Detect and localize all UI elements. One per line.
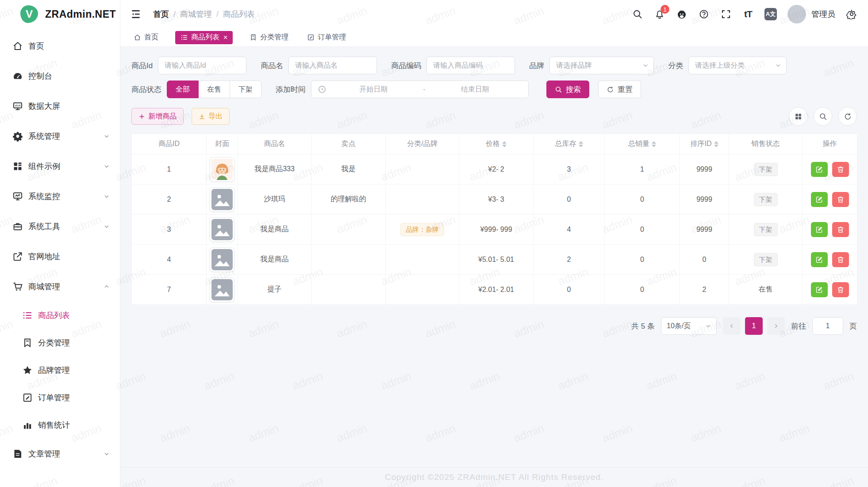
edit-button[interactable]: [811, 222, 828, 237]
sidebar-item-官网地址[interactable]: 官网地址: [0, 242, 120, 272]
sidebar-item-订单管理[interactable]: 订单管理: [0, 384, 120, 411]
next-page-button[interactable]: [767, 317, 785, 335]
breadcrumb-separator: /: [173, 10, 176, 19]
tab-商品列表[interactable]: 商品列表×: [175, 31, 233, 44]
sort-icon[interactable]: [714, 141, 718, 147]
sidebar-item-label: 订单管理: [38, 392, 110, 403]
sidebar-item-销售统计[interactable]: 销售统计: [0, 411, 120, 439]
sidebar-item-系统工具[interactable]: 系统工具: [0, 211, 120, 242]
column-header-价格[interactable]: 价格: [459, 134, 534, 154]
export-button[interactable]: 导出: [192, 108, 230, 125]
tab-首页[interactable]: 首页: [132, 31, 160, 44]
app-title: ZRAdmin.NET: [45, 8, 116, 20]
status-option-offsale[interactable]: 下架: [230, 81, 261, 98]
edit-button[interactable]: [811, 282, 828, 297]
avatar[interactable]: [787, 5, 806, 23]
select-placeholder: 请选择上级分类: [695, 61, 745, 70]
sidebar-item-分类管理[interactable]: 分类管理: [0, 329, 120, 357]
app-logo[interactable]: V ZRAdmin.NET: [0, 0, 120, 28]
search-icon[interactable]: [632, 8, 643, 20]
cell-actions: [803, 275, 857, 305]
product-id-input[interactable]: [158, 57, 246, 74]
breadcrumb-item[interactable]: 商品列表: [223, 9, 255, 19]
breadcrumb-item[interactable]: 首页: [153, 9, 169, 19]
help-icon[interactable]: [698, 8, 710, 20]
sidebar-item-系统管理[interactable]: 系统管理: [0, 121, 120, 151]
close-icon[interactable]: ×: [223, 34, 227, 42]
status-option-onsale[interactable]: 在售: [199, 81, 230, 98]
sidebar-item-数据大屏[interactable]: 数据大屏: [0, 91, 120, 121]
user-name[interactable]: 管理员: [811, 9, 835, 19]
cell-stock: 2: [534, 245, 605, 275]
filter-add-time: 添加时间 开始日期 - 结束日期: [276, 81, 529, 98]
topbar-actions: 1 tT A文 管理员: [632, 5, 857, 23]
page-size-select[interactable]: 10条/页: [661, 317, 717, 335]
page-number-1[interactable]: 1: [745, 317, 763, 335]
column-header-总销量[interactable]: 总销量: [605, 134, 680, 154]
cell-product-id: 1: [132, 154, 207, 184]
product-name-input[interactable]: [288, 57, 377, 74]
sidebar-menu: 首页控制台数据大屏系统管理组件示例系统监控系统工具官网地址商城管理商品列表分类管…: [0, 28, 120, 487]
table-search-icon[interactable]: [814, 107, 832, 126]
category-select[interactable]: 请选择上级分类: [688, 57, 787, 74]
brand-select[interactable]: 请选择品牌: [549, 57, 654, 74]
sidebar-item-控制台[interactable]: 控制台: [0, 61, 120, 91]
column-header-排序ID[interactable]: 排序ID: [680, 134, 729, 154]
cell-stock: 3: [534, 154, 605, 184]
home-icon: [12, 41, 23, 51]
sidebar-item-文章管理[interactable]: 文章管理: [0, 439, 120, 469]
tab-分类管理[interactable]: 分类管理: [248, 31, 290, 44]
language-icon[interactable]: A文: [764, 8, 777, 20]
github-icon[interactable]: [676, 8, 687, 20]
columns-grid-icon[interactable]: [789, 107, 807, 126]
image-placeholder-icon[interactable]: [210, 217, 234, 242]
prev-page-button[interactable]: [723, 317, 741, 335]
edit-button[interactable]: [811, 162, 828, 177]
tab-订单管理[interactable]: 订单管理: [305, 31, 348, 44]
cell-actions: [803, 215, 857, 245]
image-placeholder-icon[interactable]: [210, 277, 234, 302]
fullscreen-icon[interactable]: [720, 8, 732, 20]
breadcrumb-item[interactable]: 商城管理: [180, 9, 212, 19]
status-option-all[interactable]: 全部: [167, 81, 199, 98]
settings-gear-icon[interactable]: [846, 8, 857, 20]
sidebar-fold-icon[interactable]: [130, 8, 142, 20]
product-code-input[interactable]: [426, 57, 515, 74]
delete-button[interactable]: [832, 192, 849, 207]
font-size-icon[interactable]: tT: [742, 8, 754, 20]
image-placeholder-icon[interactable]: [210, 247, 234, 272]
goto-page-input[interactable]: [812, 317, 843, 335]
sort-icon[interactable]: [579, 141, 583, 147]
sidebar-item-系统监控[interactable]: 系统监控: [0, 181, 120, 211]
sidebar-item-首页[interactable]: 首页: [0, 31, 120, 61]
delete-button[interactable]: [832, 162, 849, 177]
date-range-picker[interactable]: 开始日期 - 结束日期: [311, 81, 529, 98]
column-header-总库存[interactable]: 总库存: [534, 134, 605, 154]
delete-button[interactable]: [832, 222, 849, 237]
sidebar-item-商城管理[interactable]: 商城管理: [0, 272, 120, 302]
sidebar-item-组件示例[interactable]: 组件示例: [0, 151, 120, 181]
sidebar-item-品牌管理[interactable]: 品牌管理: [0, 357, 120, 384]
filter-label: 分类: [668, 61, 683, 71]
table-toolbar: 新增商品 导出: [131, 107, 857, 126]
star-icon: [22, 365, 33, 376]
reset-button[interactable]: 重置: [598, 81, 641, 98]
status-badge: 下架: [754, 193, 778, 206]
add-product-button[interactable]: 新增商品: [131, 108, 184, 125]
edit-button[interactable]: [811, 252, 828, 267]
tabbar: 首页商品列表×分类管理订单管理: [120, 28, 868, 47]
sidebar-item-label: 控制台: [28, 71, 110, 81]
image-placeholder-icon[interactable]: [210, 187, 234, 212]
delete-button[interactable]: [832, 282, 849, 297]
delete-button[interactable]: [832, 252, 849, 267]
table-refresh-icon[interactable]: [838, 107, 857, 126]
sort-icon[interactable]: [502, 141, 507, 147]
search-button[interactable]: 搜索: [546, 81, 589, 98]
edit-button[interactable]: [811, 192, 828, 207]
footer: Copyright ©2025 ZRAdmin.NET All Rights R…: [120, 467, 868, 487]
notification-bell-icon[interactable]: 1: [654, 8, 665, 20]
product-cover-image[interactable]: [210, 157, 234, 182]
sort-icon[interactable]: [652, 141, 656, 147]
product-table: 商品ID封面商品名卖点分类/品牌价格总库存总销量排序ID销售状态操作 1我是商品…: [131, 134, 857, 305]
sidebar-item-商品列表[interactable]: 商品列表: [0, 302, 120, 329]
